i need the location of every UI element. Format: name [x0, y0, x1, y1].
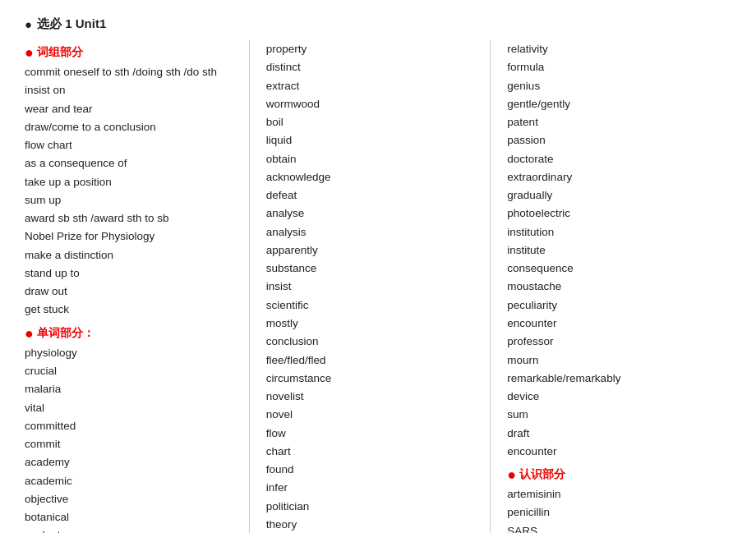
list-item: scientific	[266, 296, 482, 315]
list-item: academy	[25, 453, 241, 471]
list-item: consequence	[507, 260, 723, 278]
list-item: relativity	[507, 40, 723, 58]
list-item: get stuck	[25, 301, 241, 319]
list-item: mostly	[266, 315, 482, 333]
section1-header-text: 词组部分	[37, 45, 83, 60]
list-item: liquid	[266, 131, 482, 149]
list-item: conclusion	[266, 333, 482, 351]
column-1: ● 词组部分 commit oneself to sth /doing sth …	[25, 40, 250, 533]
list-item: novel	[266, 406, 482, 424]
col3-section1-list: relativityformulageniusgentle/gentlypate…	[507, 40, 723, 461]
list-item: novelist	[266, 388, 482, 406]
list-item: peculiarity	[507, 296, 723, 315]
list-item: found	[266, 461, 482, 479]
list-item: wormwood	[266, 95, 482, 113]
list-item: artemisinin	[507, 485, 723, 503]
section2-header-text: 单词部分：	[37, 326, 94, 341]
list-item: insist	[266, 278, 482, 296]
list-item: botanical	[25, 508, 241, 526]
list-item: distinct	[266, 58, 482, 76]
list-item: as a consequence of	[25, 154, 241, 172]
title-bullet: ●	[25, 17, 32, 31]
list-item: circumstance	[266, 370, 482, 388]
list-item: Nobel Prize for Physiology	[25, 227, 241, 246]
list-item: evaluate	[25, 526, 241, 533]
list-item: theory	[266, 516, 482, 533]
list-item: defeat	[266, 186, 482, 204]
list-item: institution	[507, 223, 723, 241]
section2-header: ● 单词部分：	[25, 326, 241, 341]
list-item: commit oneself to sth /doing sth /do sth	[25, 63, 241, 81]
col1-section1-list: commit oneself to sth /doing sth /do sth…	[25, 63, 241, 319]
list-item: take up a position	[25, 173, 241, 191]
col3-section2-header-text: 认识部分	[519, 467, 565, 482]
list-item: physiology	[25, 344, 241, 362]
list-item: patent	[507, 113, 723, 131]
list-item: objective	[25, 490, 241, 508]
list-item: stand up to	[25, 264, 241, 283]
list-item: wear and tear	[25, 100, 241, 118]
list-item: make a distinction	[25, 246, 241, 264]
section1-header: ● 词组部分	[25, 45, 241, 60]
list-item: analyse	[266, 204, 482, 223]
list-item: doctorate	[507, 150, 723, 168]
col3-section2-header: ● 认识部分	[507, 467, 723, 482]
list-item: flow chart	[25, 136, 241, 154]
list-item: crucial	[25, 362, 241, 380]
list-item: analysis	[266, 223, 482, 241]
list-item: encounter	[507, 443, 723, 461]
list-item: passion	[507, 131, 723, 149]
list-item: institute	[507, 241, 723, 260]
list-item: malaria	[25, 380, 241, 398]
list-item: gradually	[507, 186, 723, 204]
list-item: infer	[266, 479, 482, 497]
page-title: ● 选必 1 Unit1	[25, 16, 731, 32]
title-label: 选必 1 Unit1	[37, 16, 106, 32]
list-item: acknowledge	[266, 168, 482, 186]
list-item: apparently	[266, 241, 482, 260]
list-item: moustache	[507, 278, 723, 296]
list-item: formula	[507, 58, 723, 76]
list-item: remarkable/remarkably	[507, 370, 723, 388]
list-item: professor	[507, 333, 723, 351]
list-item: photoelectric	[507, 204, 723, 223]
list-item: award sb sth /award sth to sb	[25, 209, 241, 227]
list-item: draw/come to a conclusion	[25, 118, 241, 136]
list-item: boil	[266, 113, 482, 131]
list-item: mourn	[507, 352, 723, 370]
list-item: sum	[507, 406, 723, 424]
list-item: extract	[266, 77, 482, 95]
list-item: extraordinary	[507, 168, 723, 186]
list-item: substance	[266, 260, 482, 278]
list-item: device	[507, 388, 723, 406]
list-item: property	[266, 40, 482, 58]
section2-bullet: ●	[25, 326, 34, 341]
list-item: flow	[266, 425, 482, 443]
list-item: gentle/gently	[507, 95, 723, 113]
list-item: penicillin	[507, 503, 723, 522]
column-2: propertydistinctextractwormwoodboilliqui…	[250, 40, 491, 533]
col1-section2-list: physiologycrucialmalariavitalcommittedco…	[25, 344, 241, 533]
list-item: vital	[25, 399, 241, 417]
list-item: obtain	[266, 150, 482, 168]
list-item: draft	[507, 425, 723, 443]
list-item: committed	[25, 417, 241, 435]
col2-list: propertydistinctextractwormwoodboilliqui…	[266, 40, 482, 533]
list-item: flee/fled/fled	[266, 352, 482, 370]
col3-section2-bullet: ●	[507, 467, 516, 482]
list-item: chart	[266, 443, 482, 461]
column-3: relativityformulageniusgentle/gentlypate…	[491, 40, 731, 533]
section1-bullet: ●	[25, 45, 34, 60]
list-item: encounter	[507, 315, 723, 333]
list-item: academic	[25, 472, 241, 490]
list-item: draw out	[25, 283, 241, 301]
list-item: genius	[507, 77, 723, 95]
list-item: SARS	[507, 522, 723, 533]
main-content: ● 词组部分 commit oneself to sth /doing sth …	[25, 40, 731, 533]
list-item: commit	[25, 435, 241, 453]
list-item: sum up	[25, 191, 241, 209]
col3-section2-list: artemisininpenicillinSARSJewish	[507, 485, 723, 533]
list-item: politician	[266, 498, 482, 516]
list-item: insist on	[25, 81, 241, 99]
